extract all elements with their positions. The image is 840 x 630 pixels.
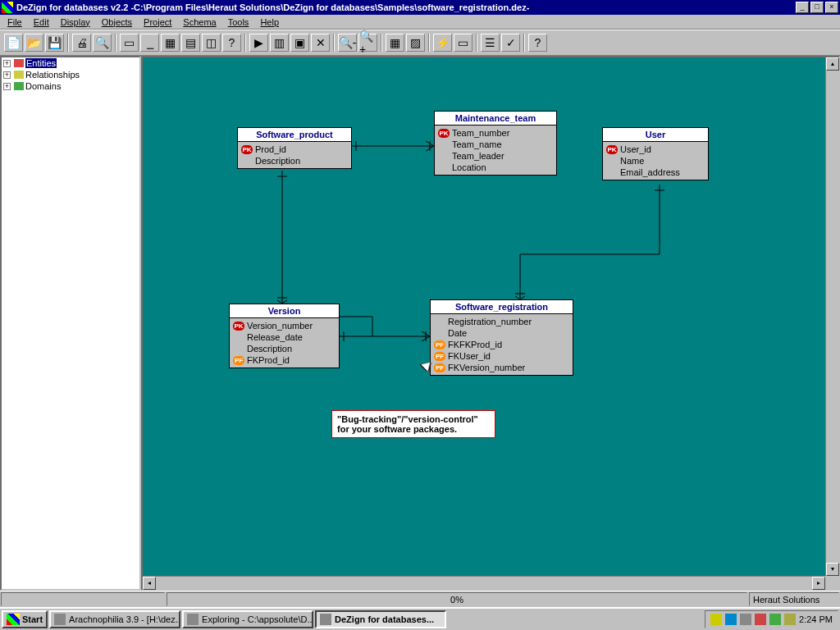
scroll-left-button[interactable]: ◂	[143, 577, 156, 590]
sidebar-tree[interactable]: +Entities+Relationships+Domains	[0, 56, 141, 591]
print-button[interactable]: 🖨	[72, 34, 91, 52]
annotation-note[interactable]: "Bug-tracking"/"version-control" for you…	[331, 410, 495, 438]
minimize-button[interactable]: _	[796, 2, 809, 13]
attribute-row[interactable]: PKUser_id	[606, 144, 705, 155]
entity-version[interactable]: VersionPKVersion_numberRelease_dateDescr…	[229, 304, 340, 368]
scroll-down-button[interactable]: ▾	[826, 563, 839, 576]
window-title: DeZign for databases v2.2 -C:\Program Fi…	[16, 2, 529, 12]
menu-edit[interactable]: Edit	[28, 16, 55, 28]
task-icon	[320, 614, 331, 625]
attribute-row[interactable]: Team_leader	[438, 150, 553, 162]
expand-icon[interactable]: +	[3, 83, 11, 90]
zoom-in-button[interactable]: 🔍+	[358, 34, 377, 52]
close-button[interactable]: ×	[825, 2, 838, 13]
attribute-row[interactable]: PFFKProd_id	[233, 354, 336, 366]
expand-icon[interactable]: +	[3, 71, 11, 79]
entity-software_registration[interactable]: Software_registrationRegistration_number…	[430, 299, 573, 376]
list-button[interactable]: ▥	[270, 34, 289, 52]
attribute-row[interactable]: Release_date	[233, 331, 336, 343]
attribute-row[interactable]: PKVersion_number	[233, 320, 336, 331]
horizontal-scrollbar[interactable]: ◂ ▸	[143, 576, 825, 589]
attribute-name: FKUser_id	[448, 351, 491, 361]
menu-file[interactable]: File	[2, 16, 28, 28]
task-icon	[54, 614, 66, 625]
menu-schema[interactable]: Schema	[177, 16, 221, 28]
start-button[interactable]: Start	[2, 610, 48, 628]
menu-tools[interactable]: Tools	[222, 16, 255, 28]
entity-title: Maintenance_team	[435, 112, 556, 126]
view-button[interactable]: ▦	[386, 34, 404, 52]
er-canvas[interactable]: Software_productPKProd_idDescriptionMain…	[143, 57, 825, 576]
help-context-button[interactable]: ?	[222, 34, 241, 52]
vertical-scrollbar[interactable]: ▴ ▾	[825, 57, 838, 576]
attribute-row[interactable]: PKTeam_number	[438, 127, 553, 139]
tree-item-entities[interactable]: +Entities	[2, 57, 139, 69]
windows-icon	[7, 614, 20, 625]
attribute-row[interactable]: Description	[233, 343, 336, 354]
menu-project[interactable]: Project	[138, 16, 177, 28]
bolt-button[interactable]: ⚡	[433, 34, 452, 52]
taskbar-task[interactable]: Exploring - C:\appsolute\D...	[182, 610, 313, 628]
tool-button[interactable]: ▦	[161, 34, 180, 52]
tray-icon[interactable]	[769, 614, 781, 625]
view-button2[interactable]: ▨	[406, 34, 425, 52]
new-button[interactable]: 📄	[4, 34, 23, 52]
attribute-row[interactable]: PFFKVersion_number	[434, 362, 569, 373]
attribute-row[interactable]: Description	[241, 155, 348, 167]
sheet-button[interactable]: ▣	[290, 34, 309, 52]
title-bar: DeZign for databases v2.2 -C:\Program Fi…	[0, 0, 840, 15]
entity-software_product[interactable]: Software_productPKProd_idDescription	[237, 127, 352, 169]
attribute-row[interactable]: Name	[606, 155, 705, 167]
flag-button[interactable]: ▶	[249, 34, 268, 52]
tree-label: Relationships	[25, 70, 80, 80]
primary-key-icon: PK	[233, 322, 244, 331]
tray-icon[interactable]	[784, 614, 796, 625]
menu-bar: File Edit Display Objects Project Schema…	[0, 15, 840, 30]
open-button[interactable]: 📂	[25, 34, 43, 52]
primary-key-icon: PK	[606, 145, 618, 154]
taskbar-task[interactable]: Arachnophilia 3.9 - [H:\dez...	[49, 610, 180, 628]
scroll-right-button[interactable]: ▸	[812, 577, 825, 590]
maximize-button[interactable]: □	[810, 2, 824, 13]
tray-icon[interactable]	[740, 614, 751, 625]
entity-user[interactable]: UserPKUser_idNameEmail_address	[602, 127, 709, 180]
tree-item-relationships[interactable]: +Relationships	[2, 69, 139, 80]
entity-button[interactable]: ▭	[120, 34, 139, 52]
attribute-row[interactable]: Location	[438, 162, 553, 173]
scroll-up-button[interactable]: ▴	[826, 57, 839, 71]
attribute-row[interactable]: PKProd_id	[241, 144, 348, 155]
help-button[interactable]: ?	[528, 34, 547, 52]
attribute-row[interactable]: PFFKFKProd_id	[434, 339, 569, 350]
tree-icon	[14, 59, 24, 67]
entity-maintenance_team[interactable]: Maintenance_teamPKTeam_numberTeam_nameTe…	[434, 111, 557, 176]
tool-button2[interactable]: ▤	[181, 34, 200, 52]
relation-button[interactable]: ⎯	[140, 34, 159, 52]
cancel-button[interactable]: ✕	[311, 34, 330, 52]
menu-help[interactable]: Help	[254, 16, 285, 28]
preview-button[interactable]: 🔍	[93, 34, 112, 52]
save-button[interactable]: 💾	[45, 34, 64, 52]
attribute-name: Date	[448, 328, 467, 338]
tool-button3[interactable]: ◫	[202, 34, 221, 52]
tree-item-domains[interactable]: +Domains	[2, 80, 139, 92]
menu-objects[interactable]: Objects	[96, 16, 138, 28]
check-button[interactable]: ✓	[501, 34, 520, 52]
taskbar-task[interactable]: DeZign for databases...	[315, 610, 446, 628]
menu-display[interactable]: Display	[55, 16, 96, 28]
zoom-out-button[interactable]: 🔍-	[338, 34, 357, 52]
props-button[interactable]: ☰	[481, 34, 500, 52]
clock[interactable]: 2:24 PM	[799, 614, 833, 624]
tray-icon[interactable]	[710, 614, 722, 625]
expand-icon[interactable]: +	[3, 60, 11, 67]
attribute-row[interactable]: PFFKUser_id	[434, 350, 569, 362]
attribute-name: Description	[247, 344, 292, 354]
tray-icon[interactable]	[725, 614, 737, 625]
attribute-row[interactable]: Registration_number	[434, 316, 569, 327]
system-tray[interactable]: 2:24 PM	[705, 610, 838, 628]
window-button[interactable]: ▭	[454, 34, 472, 52]
attribute-row[interactable]: Email_address	[606, 167, 705, 178]
attribute-name: FKVersion_number	[448, 363, 525, 372]
tray-icon[interactable]	[755, 614, 766, 625]
attribute-row[interactable]: Date	[434, 327, 569, 339]
attribute-row[interactable]: Team_name	[438, 139, 553, 150]
